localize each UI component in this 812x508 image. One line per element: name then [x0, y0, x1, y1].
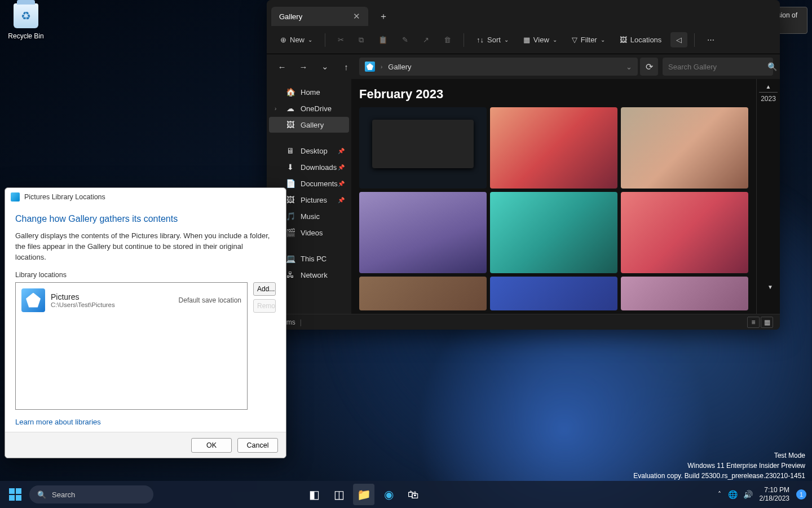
cloud-icon: ☁: [286, 104, 295, 113]
nav-bar: ← → ⌄ ↑ › Gallery ⌄ ⟳ 🔍: [267, 54, 780, 79]
desktop-icon: 🖥: [286, 146, 295, 155]
gallery-view: February 2023 ▲ 2023 ▼: [351, 79, 780, 314]
tray-chevron[interactable]: ˄: [718, 491, 721, 498]
downloads-icon: ⬇: [286, 163, 295, 172]
widgets-button[interactable]: ◫: [328, 484, 350, 505]
sidebar-item-gallery[interactable]: 🖼Gallery: [269, 117, 349, 133]
locations-button[interactable]: 🖼 Locations: [614, 32, 668, 47]
ok-button[interactable]: OK: [191, 438, 232, 453]
new-tab-button[interactable]: ＋: [374, 7, 393, 26]
recycle-bin-icon: [14, 3, 38, 28]
dialog-title[interactable]: Pictures Library Locations: [5, 188, 286, 206]
dialog-heading: Change how Gallery gathers its contents: [15, 214, 276, 224]
view-icon: ▦: [523, 36, 530, 44]
share-icon: ↗: [423, 36, 429, 44]
forward-button[interactable]: →: [295, 58, 312, 75]
widgets-icon: ◫: [334, 488, 345, 501]
chevron-up-icon[interactable]: ▲: [759, 84, 778, 90]
file-explorer-window: Gallery ✕ ＋ ⊕ New ⌄ ✂ ⧉ 📋 ✎ ↗ 🗑 ↑↓ Sort …: [267, 0, 780, 330]
tab-gallery[interactable]: Gallery ✕: [271, 7, 368, 26]
learn-more-link[interactable]: Learn more about libraries: [15, 418, 276, 426]
search-box[interactable]: 🔍: [663, 58, 773, 76]
sidebar-item-onedrive[interactable]: ›☁OneDrive: [269, 100, 349, 116]
pin-icon[interactable]: 📌: [338, 197, 345, 203]
address-bar[interactable]: › Gallery ⌄: [359, 58, 638, 76]
network-icon: 🖧: [286, 270, 295, 279]
chevron-right-icon[interactable]: ›: [275, 106, 276, 112]
thumbnail[interactable]: [359, 107, 487, 189]
sidebar-item-downloads[interactable]: ⬇Downloads📌: [269, 159, 349, 175]
share-button: ↗: [417, 32, 435, 47]
sort-button[interactable]: ↑↓ Sort ⌄: [471, 32, 514, 47]
recycle-bin[interactable]: Recycle Bin: [5, 3, 47, 41]
pin-icon[interactable]: 📌: [338, 164, 345, 170]
chevron-down-icon: ⌄: [308, 37, 312, 43]
location-path: C:\Users\Test\Pictures: [51, 301, 173, 308]
edge-taskbar[interactable]: ◉: [378, 484, 399, 505]
thumbnail[interactable]: [490, 277, 617, 310]
chevron-down-icon[interactable]: ▼: [767, 284, 773, 290]
filter-icon: ▽: [572, 36, 577, 44]
task-view-button[interactable]: ◧: [303, 484, 325, 505]
copy-button: ⧉: [353, 32, 369, 48]
add-button[interactable]: Add...: [253, 282, 276, 296]
sidebar-item-desktop[interactable]: 🖥Desktop📌: [269, 143, 349, 159]
section-label: Library locations: [15, 271, 276, 279]
pin-icon[interactable]: 📌: [338, 181, 345, 187]
close-tab-icon[interactable]: ✕: [353, 11, 360, 21]
store-taskbar[interactable]: 🛍: [403, 484, 424, 505]
home-icon: 🏠: [286, 87, 295, 97]
azure-button[interactable]: ◁: [670, 32, 687, 47]
chevron-down-icon: ⌄: [504, 37, 509, 43]
windows-icon: [9, 488, 21, 501]
titlebar[interactable]: Gallery ✕ ＋: [267, 0, 780, 26]
timeline-scrubber[interactable]: ▲ 2023 ▼: [756, 79, 780, 314]
pictures-icon: [11, 192, 20, 202]
folder-icon: 📁: [357, 488, 371, 501]
dialog-description: Gallery displays the contents of the Pic…: [15, 231, 276, 263]
view-button[interactable]: ▦ View ⌄: [518, 32, 563, 47]
details-view-button[interactable]: ≡: [747, 317, 760, 328]
volume-icon[interactable]: 🔊: [743, 490, 753, 499]
up-button[interactable]: ↑: [338, 58, 355, 75]
copy-icon: ⧉: [359, 36, 364, 45]
pc-icon: 💻: [286, 254, 295, 263]
locations-list[interactable]: Pictures C:\Users\Test\Pictures Default …: [15, 282, 248, 410]
paste-button: 📋: [373, 32, 393, 47]
videos-icon: 🎬: [286, 228, 295, 237]
thumbnail[interactable]: [621, 277, 748, 310]
start-button[interactable]: [6, 485, 25, 504]
thumbnail[interactable]: [359, 192, 487, 273]
search-input[interactable]: [668, 63, 763, 71]
cancel-button[interactable]: Cancel: [237, 438, 278, 453]
sidebar-item-home[interactable]: 🏠Home: [269, 84, 349, 100]
thumbnail[interactable]: [621, 192, 748, 273]
clock[interactable]: 7:10 PM 2/18/2023: [760, 486, 789, 503]
new-button[interactable]: ⊕ New ⌄: [275, 32, 318, 47]
remove-button[interactable]: Remove: [253, 299, 276, 313]
task-view-icon: ◧: [309, 488, 320, 501]
pin-icon[interactable]: 📌: [338, 148, 345, 154]
back-button[interactable]: ←: [273, 58, 290, 75]
recent-dropdown[interactable]: ⌄: [316, 58, 333, 75]
breadcrumb[interactable]: Gallery: [388, 63, 411, 71]
more-button[interactable]: ⋯: [701, 32, 720, 47]
refresh-button[interactable]: ⟳: [640, 58, 658, 76]
thumbnails-view-button[interactable]: ▦: [761, 317, 773, 328]
thumbnail[interactable]: [359, 277, 487, 310]
trash-icon: 🗑: [444, 36, 451, 44]
network-icon[interactable]: 🌐: [728, 490, 738, 499]
location-name: Pictures: [51, 292, 173, 301]
thumbnail[interactable]: [621, 107, 748, 189]
taskbar-search[interactable]: 🔍 Search: [29, 485, 153, 503]
notification-badge[interactable]: 1: [796, 489, 806, 500]
filter-button[interactable]: ▽ Filter ⌄: [566, 32, 611, 47]
file-explorer-taskbar[interactable]: 📁: [353, 484, 374, 505]
store-icon: 🛍: [408, 488, 419, 501]
address-dropdown[interactable]: ⌄: [626, 63, 632, 71]
pictures-icon: [21, 288, 45, 312]
thumbnail[interactable]: [490, 107, 617, 189]
search-icon[interactable]: 🔍: [767, 62, 777, 71]
location-item[interactable]: Pictures C:\Users\Test\Pictures Default …: [21, 288, 241, 312]
thumbnail[interactable]: [490, 192, 617, 273]
